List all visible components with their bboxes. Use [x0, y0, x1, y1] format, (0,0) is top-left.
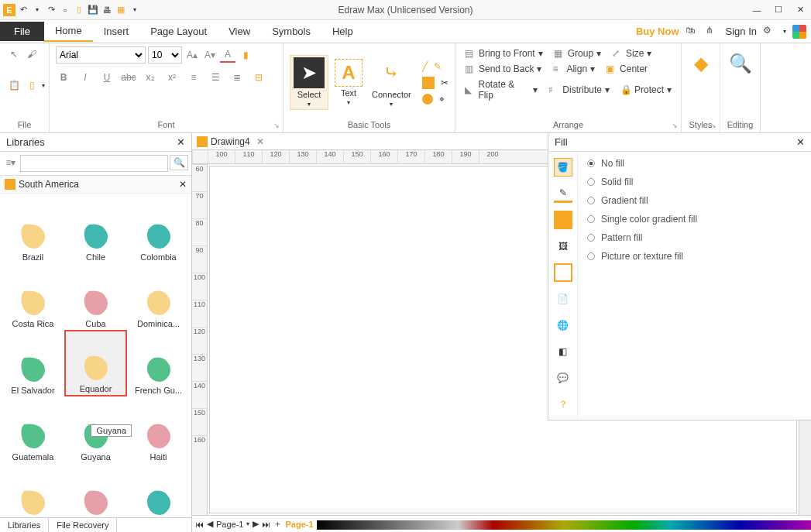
fill-bucket-icon[interactable]: 🪣	[554, 158, 572, 177]
paste-dd-icon[interactable]: ▾	[42, 82, 45, 89]
menu-symbols[interactable]: Symbols	[261, 22, 321, 41]
scissors-icon[interactable]: ✂	[441, 77, 448, 88]
bullets-icon[interactable]: ☰	[208, 70, 223, 85]
cart-icon[interactable]: 🛍	[686, 25, 699, 39]
connector-tool[interactable]: ⤷ Connector ▾	[369, 56, 414, 109]
font-expand-icon[interactable]: ↘	[273, 122, 280, 129]
page-next-icon[interactable]: ▶	[253, 519, 259, 529]
sign-in-link[interactable]: Sign In	[726, 26, 757, 37]
lib-item-equador[interactable]: Equador	[64, 330, 127, 396]
save-icon[interactable]: 💾	[87, 4, 99, 16]
tab-libraries[interactable]: Libraries	[0, 518, 49, 532]
page-current[interactable]: Page-1	[285, 520, 313, 529]
bring-front-button[interactable]: ▤Bring to Front ▾	[462, 46, 546, 60]
fill-text-icon[interactable]: 📄	[554, 290, 572, 308]
clipboard-icon[interactable]: 📋	[6, 77, 22, 93]
brush-icon[interactable]: 🖌	[24, 46, 40, 62]
page-dd-icon[interactable]: ▾	[246, 520, 249, 527]
fill-globe-icon[interactable]: 🌐	[554, 316, 572, 335]
font-size-select[interactable]: 10	[148, 46, 182, 63]
select-dd-icon[interactable]: ▾	[308, 101, 311, 108]
fill-option-picture-or-texture-fill[interactable]: Picture or texture fill	[587, 251, 802, 262]
fill-picture-icon[interactable]: 🖼	[554, 237, 572, 256]
styles-expand-icon[interactable]: ↘	[710, 122, 716, 129]
styles-button[interactable]: ◆	[682, 46, 720, 81]
lib-item-mexico[interactable]: Mexico	[127, 463, 190, 517]
lib-item-frenchgu[interactable]: French Gu...	[127, 330, 190, 396]
grow-font-icon[interactable]: A▴	[184, 47, 200, 63]
center-button[interactable]: ▣Center	[603, 62, 651, 76]
menu-help[interactable]: Help	[321, 22, 364, 41]
arrange-expand-icon[interactable]: ↘	[672, 122, 678, 129]
lib-menu-icon[interactable]: ≡▾	[3, 155, 19, 170]
print-icon[interactable]: 🖶	[101, 4, 113, 16]
maximize-icon[interactable]: ☐	[768, 2, 789, 19]
menu-insert[interactable]: Insert	[93, 22, 140, 41]
group-button[interactable]: ▦Group ▾	[551, 46, 604, 60]
tab-file-recovery[interactable]: File Recovery	[49, 518, 117, 532]
menu-page-layout[interactable]: Page Layout	[139, 22, 218, 41]
fill-comment-icon[interactable]: 💬	[554, 369, 572, 387]
qat-dd-icon[interactable]: ▾	[129, 4, 141, 16]
align-button[interactable]: ≡Align ▾	[549, 62, 598, 76]
line-spacing-icon[interactable]: ≡	[186, 70, 201, 85]
fill-shadow-icon[interactable]: ◧	[554, 342, 572, 361]
connector-dd-icon[interactable]: ▾	[390, 101, 393, 108]
protect-button[interactable]: 🔒Protect ▾	[617, 83, 675, 97]
lib-item-brazil[interactable]: Brazil	[2, 197, 64, 263]
close-icon[interactable]: ✕	[789, 2, 811, 19]
undo-icon[interactable]: ↶	[17, 4, 29, 16]
lib-item-honduras[interactable]: Honduras	[2, 463, 64, 517]
menu-home[interactable]: Home	[44, 21, 93, 42]
search-icon[interactable]: 🔍	[170, 155, 188, 170]
rect-icon[interactable]	[422, 77, 435, 89]
highlight-icon[interactable]: ▮	[238, 47, 253, 63]
shrink-font-icon[interactable]: A▾	[202, 47, 218, 63]
undo-dd-icon[interactable]: ▾	[31, 4, 43, 16]
redo-icon[interactable]: ↷	[45, 4, 57, 16]
fill-option-single-color-gradient-fill[interactable]: Single color gradient fill	[587, 214, 802, 225]
minimize-icon[interactable]: —	[746, 2, 768, 19]
lib-item-colombia[interactable]: Colombia	[127, 197, 190, 263]
gear-icon[interactable]: ⚙	[763, 25, 777, 39]
fill-close-icon[interactable]: ✕	[796, 136, 805, 148]
size-button[interactable]: ⤢Size ▾	[609, 46, 655, 60]
cursor-icon[interactable]: ↖	[6, 46, 22, 62]
menu-view[interactable]: View	[218, 22, 261, 41]
lib-item-guyana[interactable]: GuyanaGuyana	[64, 396, 127, 463]
new-icon[interactable]: ▫	[59, 4, 71, 16]
valign-icon[interactable]: ⊟	[251, 70, 266, 85]
lib-item-haiti[interactable]: Haiti	[127, 396, 190, 463]
fill-option-gradient-fill[interactable]: Gradient fill	[587, 195, 802, 206]
doc-tab-label[interactable]: Drawing4	[211, 136, 250, 147]
pencil-icon[interactable]: ✎	[434, 61, 442, 72]
text-tool[interactable]: A Text ▾	[332, 57, 366, 108]
page-last-icon[interactable]: ⏭	[262, 520, 270, 529]
fill-option-solid-fill[interactable]: Solid fill	[587, 177, 802, 187]
lib-item-chile[interactable]: Chile	[64, 197, 127, 263]
category-close-icon[interactable]: ✕	[179, 179, 187, 190]
text-dd-icon[interactable]: ▾	[347, 99, 350, 106]
lib-item-cuba[interactable]: Cuba	[64, 263, 127, 330]
fill-help-icon[interactable]: ？	[554, 395, 572, 414]
export-icon[interactable]: ▦	[115, 4, 127, 16]
underline-icon[interactable]: U	[99, 70, 115, 85]
editing-button[interactable]: 🔍	[722, 46, 759, 81]
ellipse-icon[interactable]	[422, 94, 433, 105]
superscript-icon[interactable]: x²	[164, 70, 180, 85]
fill-line-icon[interactable]: ✎	[554, 184, 572, 203]
font-color-icon[interactable]: A	[220, 47, 235, 63]
libraries-close-icon[interactable]: ✕	[177, 136, 185, 148]
distribute-button[interactable]: ♯Distribute ▾	[545, 83, 613, 97]
page-select[interactable]: Page-1	[216, 520, 243, 529]
page-prev-icon[interactable]: ◀	[207, 519, 213, 529]
fill-option-pattern-fill[interactable]: Pattern fill	[587, 232, 802, 243]
page-add-icon[interactable]: ＋	[273, 518, 282, 530]
lib-item-elsalvador[interactable]: El Salvador	[2, 330, 64, 396]
crop-icon[interactable]: ⌖	[439, 94, 445, 105]
lib-search-input[interactable]	[20, 155, 168, 172]
paste-icon[interactable]: ▯	[24, 77, 40, 93]
buy-now-link[interactable]: Buy Now	[636, 26, 679, 37]
strike-icon[interactable]: abc	[121, 70, 136, 85]
gear-dd-icon[interactable]: ▾	[783, 28, 786, 35]
